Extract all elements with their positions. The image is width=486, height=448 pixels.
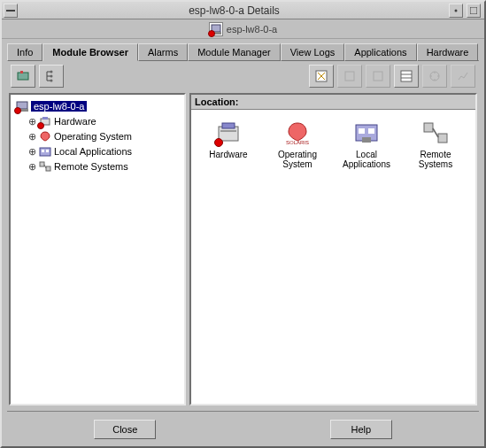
svg-rect-29: [220, 130, 236, 132]
tree-node-remote[interactable]: ⊕ Remote Systems: [14, 159, 181, 174]
svg-text:SOLARIS: SOLARIS: [286, 140, 309, 145]
graph-icon: [456, 69, 470, 83]
location-header: Location:: [191, 95, 475, 110]
expand-handle-icon[interactable]: ⊕: [28, 131, 36, 143]
tab-info[interactable]: Info: [7, 43, 42, 61]
svg-rect-33: [368, 128, 374, 134]
tree-node-hardware[interactable]: ⊕ Hardware: [14, 114, 181, 128]
close-button[interactable]: Close: [94, 420, 156, 439]
square-icon: [343, 69, 357, 83]
detail-item-remote[interactable]: Remote Systems: [405, 119, 466, 169]
svg-rect-28: [222, 123, 235, 128]
window-menu-button[interactable]: [4, 4, 18, 18]
remote-icon: [39, 160, 51, 173]
svg-rect-2: [470, 7, 477, 14]
detail-item-hardware[interactable]: Hardware: [198, 119, 258, 169]
toolbar-view-button[interactable]: [394, 65, 419, 88]
toolbar-button-2: [337, 65, 362, 88]
alert-badge-icon: [14, 107, 21, 114]
os-icon: [39, 130, 51, 143]
detail-item-local-apps[interactable]: Local Applications: [336, 119, 397, 169]
detail-item-label: Hardware: [209, 150, 247, 159]
toolbar-button-3: [366, 65, 390, 88]
host-icon: [16, 100, 28, 112]
tree-node-label: Hardware: [54, 116, 96, 127]
apps-icon: [39, 145, 51, 158]
split-panes: esp-lw8-0-a ⊕ Hardware ⊕ Operating Syste…: [7, 91, 479, 407]
tab-module-browser[interactable]: Module Browser: [42, 43, 138, 61]
maximize-button[interactable]: [467, 4, 481, 18]
svg-point-7: [50, 71, 53, 73]
tab-view-logs[interactable]: View Logs: [281, 43, 345, 61]
tree-node-os[interactable]: ⊕ Operating System: [14, 129, 181, 143]
solaris-icon: SOLARIS: [283, 119, 312, 147]
window-title: esp-lw8-0-a Details: [19, 4, 449, 17]
expand-handle-icon[interactable]: ⊕: [28, 146, 36, 158]
tree-node-label: Local Applications: [54, 146, 132, 157]
svg-rect-22: [42, 150, 44, 152]
minimize-icon: [452, 7, 459, 14]
alert-badge-icon: [208, 30, 215, 37]
toolbar-expand-button[interactable]: [39, 65, 64, 88]
svg-point-8: [50, 75, 53, 78]
toolbar-module-button[interactable]: [11, 65, 35, 88]
detail-item-label: Operating System: [267, 150, 328, 169]
expand-handle-icon[interactable]: ⊕: [28, 161, 36, 173]
tree-pane: esp-lw8-0-a ⊕ Hardware ⊕ Operating Syste…: [9, 93, 186, 406]
detail-item-label: Remote Systems: [405, 150, 466, 169]
tab-module-manager[interactable]: Module Manager: [188, 43, 281, 61]
alert-badge-icon: [214, 138, 223, 147]
toolbar-refresh-button[interactable]: [309, 65, 334, 88]
module-icon: [16, 69, 30, 83]
host-header: esp-lw8-0-a: [2, 19, 484, 39]
toolbar-probe-button: [422, 65, 447, 88]
square-icon: [371, 69, 385, 83]
svg-rect-21: [40, 148, 50, 156]
svg-rect-0: [6, 10, 15, 12]
expand-tree-icon: [44, 69, 58, 83]
svg-rect-34: [362, 137, 371, 143]
tab-bar: Info Module Browser Alarms Module Manage…: [2, 39, 484, 60]
svg-rect-20: [42, 117, 48, 120]
minimize-button[interactable]: [449, 4, 463, 18]
titlebar: esp-lw8-0-a Details: [2, 2, 484, 19]
tree-node-label: Remote Systems: [54, 161, 128, 172]
tab-applications[interactable]: Applications: [344, 43, 416, 61]
svg-rect-6: [20, 71, 23, 73]
svg-rect-23: [46, 150, 49, 152]
svg-line-37: [433, 128, 438, 137]
hardware-icon: [214, 119, 243, 147]
tab-alarms[interactable]: Alarms: [138, 43, 188, 61]
svg-rect-5: [18, 73, 28, 80]
svg-rect-35: [424, 123, 433, 132]
tree-node-label: Operating System: [54, 131, 132, 142]
svg-rect-32: [359, 128, 365, 134]
host-icon: [209, 22, 223, 36]
list-view-icon: [399, 69, 413, 83]
host-name-label: esp-lw8-0-a: [227, 24, 277, 35]
svg-rect-25: [46, 166, 50, 171]
expand-handle-icon[interactable]: ⊕: [28, 116, 36, 127]
bottom-button-bar: Close Help: [7, 411, 479, 446]
tree-root-label: esp-lw8-0-a: [31, 101, 87, 112]
detail-item-os[interactable]: SOLARIS Operating System: [267, 119, 328, 169]
toolbar-graph-button: [451, 65, 475, 88]
toolbar: [7, 61, 479, 91]
apps-icon: [352, 119, 381, 147]
maximize-icon: [470, 7, 477, 14]
help-button[interactable]: Help: [330, 420, 392, 439]
detail-item-label: Local Applications: [336, 150, 397, 169]
content-area: esp-lw8-0-a ⊕ Hardware ⊕ Operating Syste…: [7, 60, 479, 446]
svg-rect-13: [401, 71, 412, 81]
tree-node-local-apps[interactable]: ⊕ Local Applications: [14, 144, 181, 158]
svg-point-9: [50, 80, 53, 82]
svg-rect-24: [40, 162, 44, 166]
detail-pane: Location: Hardware SOLARIS Operating S: [189, 93, 477, 406]
probe-icon: [428, 69, 442, 83]
tab-hardware[interactable]: Hardware: [417, 43, 479, 61]
tree-root-node[interactable]: esp-lw8-0-a: [14, 99, 181, 113]
icon-grid: Hardware SOLARIS Operating System Local …: [195, 115, 472, 173]
alert-badge-icon: [37, 122, 44, 129]
details-window: esp-lw8-0-a Details esp-lw8-0-a Info Mod…: [0, 0, 486, 448]
hardware-icon: [39, 115, 51, 127]
